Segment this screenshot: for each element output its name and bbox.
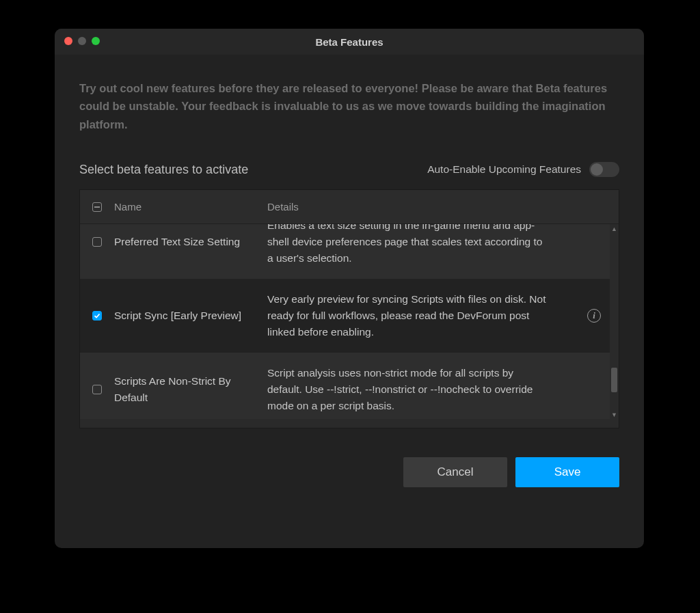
feature-details: Script analysis uses non-strict mode for… <box>267 365 551 414</box>
intro-text: Try out cool new features before they ar… <box>79 79 619 133</box>
minimize-icon[interactable] <box>78 37 86 45</box>
feature-name: Script Sync [Early Preview] <box>114 308 260 324</box>
info-icon[interactable]: i <box>587 309 601 323</box>
auto-enable-group: Auto-Enable Upcoming Features <box>427 162 619 177</box>
column-header-name[interactable]: Name <box>114 201 267 213</box>
scroll-up-icon[interactable]: ▲ <box>610 224 619 233</box>
vertical-scrollbar[interactable]: ▲ ▼ <box>610 224 619 419</box>
footer: Cancel Save <box>79 457 619 487</box>
window-body: Try out cool new features before they ar… <box>55 55 644 548</box>
table-row: Script Sync [Early Preview]Very early pr… <box>80 279 610 353</box>
column-header-details[interactable]: Details <box>267 201 587 213</box>
feature-checkbox[interactable] <box>92 311 102 321</box>
table-header: Name Details <box>80 190 619 224</box>
subheader-row: Select beta features to activate Auto-En… <box>79 162 619 177</box>
select-all-checkbox[interactable] <box>92 202 102 212</box>
scrollbar-thumb[interactable] <box>611 368 617 392</box>
beta-features-window: Beta Features Try out cool new features … <box>55 29 644 548</box>
toggle-knob <box>591 163 603 176</box>
cancel-button[interactable]: Cancel <box>403 457 507 487</box>
feature-checkbox[interactable] <box>92 385 102 394</box>
features-table: Name Details Preferred Text Size Setting… <box>79 189 619 428</box>
save-button[interactable]: Save <box>515 457 619 487</box>
auto-enable-toggle[interactable] <box>589 162 619 177</box>
table-row: Scripts Are Non-Strict By DefaultScript … <box>80 353 610 426</box>
scroll-down-icon[interactable]: ▼ <box>610 410 619 419</box>
auto-enable-label: Auto-Enable Upcoming Features <box>427 163 581 176</box>
fullscreen-icon[interactable] <box>92 37 100 45</box>
subheader-label: Select beta features to activate <box>79 163 248 177</box>
window-title: Beta Features <box>315 36 383 48</box>
feature-details: Enables a text size setting in the in-ga… <box>267 224 551 267</box>
feature-details: Very early preview for syncing Scripts w… <box>267 291 551 340</box>
close-icon[interactable] <box>64 37 72 45</box>
feature-name: Scripts Are Non-Strict By Default <box>114 373 260 406</box>
table-body: Preferred Text Size SettingEnables a tex… <box>80 224 619 428</box>
horizontal-scrollbar[interactable] <box>80 419 619 428</box>
feature-checkbox[interactable] <box>92 237 102 247</box>
titlebar: Beta Features <box>55 29 644 55</box>
table-row: Preferred Text Size SettingEnables a tex… <box>80 224 610 279</box>
feature-name: Preferred Text Size Setting <box>114 234 260 250</box>
traffic-lights <box>64 37 100 45</box>
indeterminate-icon <box>94 206 100 208</box>
